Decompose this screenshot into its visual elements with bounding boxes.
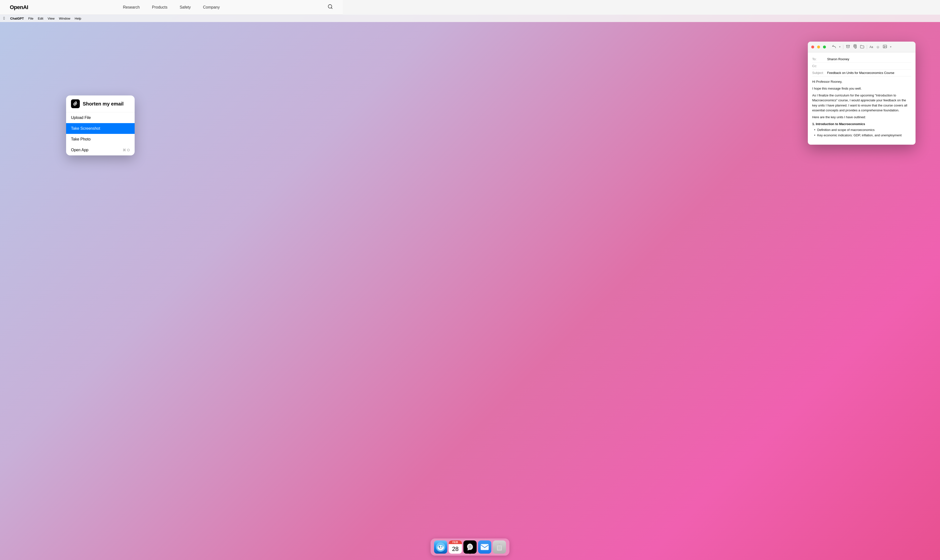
macos-menubar:  ChatGPT File Edit View Window Help <box>0 15 343 22</box>
search-icon[interactable] <box>328 4 333 11</box>
apple-icon:  <box>3 16 5 20</box>
take-screenshot-label: Take Screenshot <box>71 126 100 131</box>
app-name[interactable]: ChatGPT <box>10 17 24 20</box>
menu-window[interactable]: Window <box>59 17 70 20</box>
open-app-label: Open App <box>71 148 88 152</box>
macos-window:  ChatGPT File Edit View Window Help ▾ <box>0 15 343 211</box>
menu-file[interactable]: File <box>28 17 33 20</box>
nav-products[interactable]: Products <box>152 5 168 9</box>
open-app-item[interactable]: Open App ⌘ O <box>66 145 135 155</box>
upload-file-label: Upload File <box>71 115 91 120</box>
take-photo-label: Take Photo <box>71 137 91 142</box>
nav-links: Research Products Safety Company <box>123 5 220 9</box>
top-navigation: OpenAI Research Products Safety Company <box>0 0 343 15</box>
menu-help[interactable]: Help <box>75 17 81 20</box>
openai-logo: OpenAI <box>10 4 28 11</box>
open-app-shortcut: ⌘ O <box>123 148 130 152</box>
svg-line-1 <box>331 8 332 9</box>
popup-title: Shorten my email <box>83 101 124 107</box>
menu-edit[interactable]: Edit <box>38 17 43 20</box>
attachment-popup: Shorten my email Upload File Take Screen… <box>66 95 135 155</box>
paperclip-icon <box>71 99 80 108</box>
nav-company[interactable]: Company <box>203 5 220 9</box>
popup-header: Shorten my email <box>66 95 135 112</box>
take-screenshot-item[interactable]: Take Screenshot <box>66 123 135 134</box>
nav-research[interactable]: Research <box>123 5 140 9</box>
menu-view[interactable]: View <box>48 17 55 20</box>
upload-file-item[interactable]: Upload File <box>66 112 135 123</box>
take-photo-item[interactable]: Take Photo <box>66 134 135 145</box>
nav-safety[interactable]: Safety <box>180 5 191 9</box>
